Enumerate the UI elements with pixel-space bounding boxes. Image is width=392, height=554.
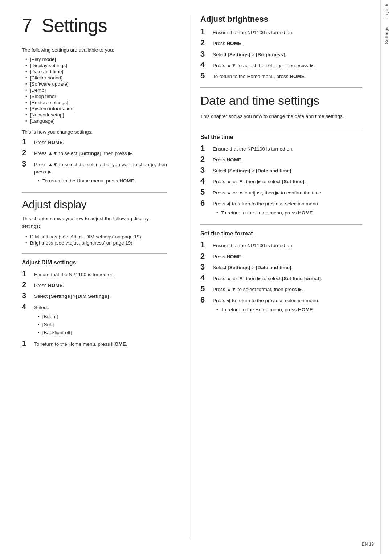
step-2: 2 Press HOME. (200, 252, 362, 260)
step-text: Press ▲ or ▼, then ▶ to select [Set time… (213, 177, 306, 185)
step-text: Press ▲▼ to adjust the settings, then pr… (213, 61, 315, 69)
sub-bullet-item: To return to the Home menu, press HOME. (38, 177, 167, 185)
step-text: Press ▲▼ to select format, then press ▶. (213, 284, 303, 293)
brightness-steps: 1 Ensure that the NP1100 is turned on. 2… (200, 28, 362, 80)
list-item: DIM settings (see 'Adjust DIM settings' … (25, 234, 167, 240)
step-text: Ensure that the NP1100 is turned on. (34, 270, 115, 278)
step-number: 1 (22, 138, 32, 146)
step-text: Press ▲▼ to select [Settings], then pres… (34, 148, 134, 157)
step-last: 1 To return to the Home menu, press HOME… (22, 339, 167, 348)
step-number: 2 (200, 38, 211, 47)
chapter-number: 7 (22, 15, 32, 36)
intro-text: The following settings are available to … (22, 47, 167, 53)
list-item: [Date and time] (25, 69, 167, 75)
step-3: 3 Select [Settings] > [Date and time]. (200, 263, 362, 271)
step-text: Press HOME. (213, 252, 243, 260)
step-number: 5 (200, 71, 211, 80)
step-5: 5 Press ▲ or ▼to adjust, then ▶ to confi… (200, 188, 362, 197)
section-divider (22, 192, 167, 193)
step-4: 4 Press ▲ or ▼, then ▶ to select [Set ti… (200, 274, 362, 282)
step-3: 3 Select [Settings] >[DIM Settings] . (22, 291, 167, 300)
set-time-format-steps: 1 Ensure that the NP1100 is turned on. 2… (200, 241, 362, 314)
step-2: 2 Press HOME. (22, 280, 167, 289)
step-4: 4 Press ▲ or ▼, then ▶ to select [Set ti… (200, 177, 362, 185)
step-text: Press HOME. (213, 38, 243, 47)
step-number: 6 (200, 296, 211, 304)
list-item: [Soft] (38, 321, 72, 329)
date-time-title: Date and time settings (200, 94, 362, 108)
step-number: 1 (200, 241, 211, 249)
side-tabs: English Settings (380, 0, 392, 554)
step-5: 5 Press ▲▼ to select format, then press … (200, 284, 362, 293)
right-column: Adjust brightness 1 Ensure that the NP11… (189, 15, 362, 539)
settings-tab: Settings (384, 26, 389, 44)
step-text: Select [Settings] > [Brightness]. (213, 50, 286, 58)
step-1: 1 Ensure that the NP1100 is turned on. (200, 241, 362, 249)
settings-list: [Play mode] [Display settings] [Date and… (25, 56, 167, 124)
step-text: Select [Settings] > [Date and time]. (213, 166, 293, 175)
step-text: Select [Settings] >[DIM Settings] . (34, 291, 111, 300)
step-1: 1 Ensure that the NP1100 is turned on. (200, 144, 362, 153)
step-3: 3 Select [Settings] > [Brightness]. (200, 50, 362, 58)
list-item: [Bright] (38, 313, 72, 321)
date-time-intro: This chapter shows you how to change the… (200, 113, 362, 120)
step-number: 3 (200, 166, 211, 175)
step-number: 4 (200, 274, 211, 282)
step-number: 3 (200, 263, 211, 271)
step-3: 3 Select [Settings] > [Date and time]. (200, 166, 362, 175)
section-divider (200, 224, 362, 225)
step-text: Press HOME. (34, 280, 64, 289)
step-1: 1 Press HOME. (22, 138, 167, 146)
list-item: Brightness (see 'Adjust brightness' on p… (25, 240, 167, 246)
adjust-dim-title: Adjust DIM settings (22, 259, 167, 266)
step-number: 5 (200, 188, 211, 197)
step-1: 1 Ensure that the NP1100 is turned on. (22, 270, 167, 278)
list-item: [System information] (25, 106, 167, 112)
step-1: 1 Ensure that the NP1100 is turned on. (200, 28, 362, 36)
step-6: 6 Press ◀ to return to the previous sele… (200, 296, 362, 314)
set-time-steps: 1 Ensure that the NP1100 is turned on. 2… (200, 144, 362, 217)
adjust-display-title: Adjust display (22, 198, 167, 211)
step-4: 4 Press ▲▼ to adjust the settings, then … (200, 61, 362, 69)
set-time-format-title: Set the time format (200, 230, 362, 237)
adjust-display-intro: This chapter shows you how to adjust the… (22, 215, 167, 230)
how-to-text: This is how you change settings: (22, 129, 167, 135)
sub-bullet-item: To return to the Home menu, press HOME. (216, 306, 319, 314)
step-text: Press HOME. (213, 155, 243, 164)
step-text: Press ◀ to return to the previous select… (213, 199, 319, 217)
step-number: 1 (200, 144, 211, 153)
page-title: 7 Settings (22, 15, 167, 36)
list-item: [Play mode] (25, 56, 167, 62)
step-number: 4 (200, 61, 211, 69)
section-divider (200, 87, 362, 88)
step-text: To return to the Home menu, press HOME. (34, 339, 127, 348)
section-divider (200, 128, 362, 128)
step-number: 2 (200, 252, 211, 260)
step-number: 3 (22, 160, 32, 168)
step-number: 6 (200, 199, 211, 208)
set-time-title: Set the time (200, 134, 362, 140)
list-item: [Display settings] (25, 62, 167, 69)
step-number: 3 (200, 50, 211, 58)
step-number: 3 (22, 291, 32, 300)
list-item: [Restore settings] (25, 99, 167, 106)
step-number: 1 (22, 270, 32, 278)
step-6: 6 Press ◀ to return to the previous sele… (200, 199, 362, 217)
list-item: [Clicker sound] (25, 75, 167, 81)
section-divider (22, 253, 167, 254)
step-2: 2 Press HOME. (200, 38, 362, 47)
sub-bullet-item: To return to the Home menu, press HOME. (216, 209, 319, 217)
list-item: [Language] (25, 118, 167, 124)
step-text: Press ▲ or ▼, then ▶ to select [Set time… (213, 274, 322, 282)
step-4: 4 Select: [Bright] [Soft] [Backlight off… (22, 303, 167, 337)
list-item: [Backlight off] (38, 329, 72, 337)
english-tab: English (384, 4, 389, 19)
step-number: 2 (22, 280, 32, 289)
step-text: Select: [Bright] [Soft] [Backlight off] (34, 303, 72, 337)
step-number: 4 (22, 303, 32, 311)
left-column: 7 Settings The following settings are av… (22, 15, 174, 539)
step-text: Ensure that the NP1100 is turned on. (213, 144, 293, 153)
step-number: 2 (200, 155, 211, 164)
step-number: 5 (200, 284, 211, 293)
dim-steps: 1 Ensure that the NP1100 is turned on. 2… (22, 270, 167, 348)
